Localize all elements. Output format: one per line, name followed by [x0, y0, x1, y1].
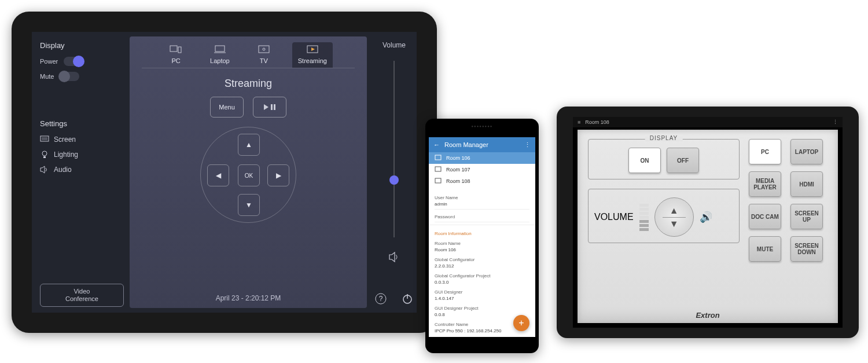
mute-button[interactable]: MUTE — [749, 236, 781, 262]
tab-pc[interactable]: PC — [164, 42, 188, 68]
display-legend: DISPLAY — [645, 135, 683, 141]
laptop-icon — [214, 45, 226, 55]
source-hdmi[interactable]: HDMI — [790, 171, 823, 197]
power-label: Power — [40, 58, 58, 65]
svg-rect-10 — [271, 104, 273, 110]
svg-rect-3 — [43, 156, 46, 158]
volume-knob[interactable]: ▲ ▼ — [654, 197, 694, 237]
tab-tv-label: TV — [260, 57, 268, 64]
volume-slider[interactable] — [392, 61, 396, 237]
arrow-down-icon: ▼ — [670, 219, 679, 229]
level-bar — [639, 212, 649, 215]
svg-rect-4 — [170, 46, 177, 52]
field-label: GUI Designer — [435, 289, 529, 295]
room-item-106[interactable]: Room 106 — [429, 152, 535, 164]
lighting-icon — [40, 150, 49, 159]
arrow-up-icon: ▲ — [245, 141, 252, 149]
knob-divider — [663, 217, 686, 218]
field-value: IPCP Pro 550 : 192.168.254.250 — [435, 328, 529, 333]
play-pause-button[interactable] — [253, 97, 286, 118]
settings-heading: Settings — [40, 119, 124, 128]
dpad-left[interactable]: ◀ — [207, 164, 229, 186]
display-on-button[interactable]: ON — [628, 148, 661, 173]
screen-label: Screen — [54, 135, 76, 144]
dpad-ok[interactable]: OK — [238, 164, 260, 186]
gc-field: Global Configurator 2.2.0.312 — [429, 254, 535, 270]
dpad-right[interactable]: ▶ — [267, 164, 289, 186]
menu-icon[interactable]: ≡ — [578, 119, 580, 125]
field-value: 0.0.8 — [435, 312, 529, 317]
mute-toggle-row[interactable]: Mute — [40, 72, 124, 81]
power-button[interactable] — [399, 291, 415, 307]
tablet2-titlebar: ≡ Room 108 ⋮ — [573, 117, 843, 127]
arrow-down-icon: ▼ — [245, 201, 252, 209]
screen-up-button[interactable]: SCREEN UP — [790, 204, 823, 229]
arrow-left-icon: ◀ — [216, 171, 221, 179]
menu-button[interactable]: Menu — [210, 97, 244, 118]
dpad-up[interactable]: ▲ — [238, 134, 260, 156]
field-label: Global Configurator Project — [435, 273, 529, 278]
back-icon[interactable]: ← — [433, 141, 440, 148]
volume-level-bars — [639, 204, 649, 231]
settings-screen[interactable]: Screen — [40, 135, 124, 144]
room-info-header: Room Information — [429, 225, 535, 237]
power-toggle[interactable] — [64, 57, 83, 66]
help-button[interactable]: ? — [373, 291, 389, 307]
power-toggle-row[interactable]: Power — [40, 57, 124, 66]
level-bar — [639, 208, 649, 211]
source-label: SCREEN UP — [791, 210, 822, 223]
video-conference-button[interactable]: Video Conference — [40, 284, 124, 307]
svg-point-2 — [42, 151, 47, 156]
field-value: 1.4.0.147 — [435, 296, 529, 301]
slider-thumb[interactable] — [389, 175, 399, 185]
room-item-108[interactable]: Room 108 — [429, 175, 535, 187]
mute-toggle[interactable] — [60, 72, 79, 81]
settings-audio[interactable]: Audio — [40, 165, 124, 174]
tablet-streaming: Display Power Mute Settings Screen — [12, 12, 437, 333]
svg-rect-18 — [435, 178, 441, 183]
room-icon — [435, 155, 442, 162]
dpad-down[interactable]: ▼ — [238, 194, 260, 216]
password-field[interactable]: Password — [429, 211, 535, 221]
tablet2-screen: ≡ Room 108 ⋮ DISPLAY ON OFF VOLUME — [573, 117, 843, 328]
svg-rect-1 — [42, 137, 47, 140]
screen-icon — [40, 135, 49, 144]
divider — [435, 222, 529, 222]
volume-speaker-button[interactable] — [386, 249, 402, 265]
tab-streaming[interactable]: Streaming — [292, 42, 333, 68]
field-value: 0.0.3.0 — [435, 280, 529, 285]
more-icon[interactable]: ⋮ — [524, 141, 531, 149]
room-item-107[interactable]: Room 107 — [429, 164, 535, 175]
level-bar — [639, 204, 649, 207]
off-label: OFF — [677, 157, 689, 164]
volume-group: VOLUME ▲ ▼ 🔊 — [588, 189, 740, 243]
settings-lighting[interactable]: Lighting — [40, 150, 124, 159]
svg-rect-7 — [259, 46, 269, 53]
display-group: DISPLAY ON OFF — [588, 139, 740, 179]
svg-rect-11 — [274, 104, 275, 110]
field-label: Password — [435, 214, 529, 219]
arrow-up-icon: ▲ — [670, 206, 679, 216]
source-doc-cam[interactable]: DOC CAM — [749, 204, 781, 229]
field-label: GUI Designer Project — [435, 306, 529, 311]
display-off-button[interactable]: OFF — [667, 148, 699, 173]
add-button[interactable]: + — [513, 315, 529, 331]
source-media-player[interactable]: MEDIA PLAYER — [749, 171, 781, 197]
room-item-label: Room 106 — [446, 155, 470, 161]
room-item-label: Room 107 — [446, 167, 470, 173]
volume-label: Volume — [382, 41, 406, 49]
source-pc[interactable]: PC — [749, 139, 781, 164]
tablet-extron: ≡ Room 108 ⋮ DISPLAY ON OFF VOLUME — [557, 107, 859, 338]
room-icon — [435, 166, 442, 173]
play-pause-icon — [263, 103, 277, 111]
speaker-icon — [388, 252, 400, 262]
more-icon[interactable]: ⋮ — [833, 119, 838, 125]
user-name-field[interactable]: User Name admin — [429, 192, 535, 208]
screen-down-button[interactable]: SCREEN DOWN — [790, 236, 823, 262]
level-bar — [639, 228, 649, 231]
source-label: MUTE — [757, 246, 773, 252]
tab-tv[interactable]: TV — [252, 42, 276, 68]
source-laptop[interactable]: LAPTOP — [790, 139, 823, 164]
streaming-icon — [306, 45, 319, 55]
tab-laptop[interactable]: Laptop — [204, 42, 236, 68]
